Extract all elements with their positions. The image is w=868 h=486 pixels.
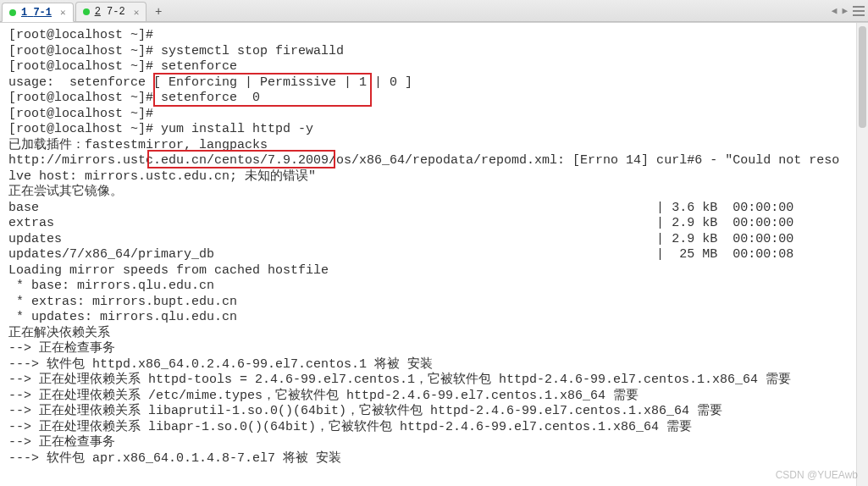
watermark: CSDN @YUEAwb <box>776 469 858 481</box>
tab-7-2[interactable]: 2 7-2 ✕ <box>75 2 147 21</box>
terminal[interactable]: [root@localhost ~]# [root@localhost ~]# … <box>0 22 868 486</box>
add-tab-button[interactable]: + <box>148 2 169 21</box>
tab-7-1[interactable]: 1 7-1 ✕ <box>2 3 74 22</box>
close-icon[interactable]: ✕ <box>60 7 66 18</box>
tabbar-controls: ◀ ▶ <box>832 0 865 21</box>
tab-bar: 1 7-1 ✕ 2 7-2 ✕ + ◀ ▶ <box>0 0 868 22</box>
terminal-output: [root@localhost ~]# [root@localhost ~]# … <box>8 28 854 467</box>
scrollbar[interactable] <box>856 23 868 486</box>
tab-label: 1 7-1 <box>21 7 52 19</box>
chevron-left-icon[interactable]: ◀ <box>832 5 838 16</box>
scroll-thumb[interactable] <box>859 26 866 128</box>
status-dot-icon <box>83 8 90 15</box>
tab-label: 2 7-2 <box>95 6 125 18</box>
status-dot-icon <box>9 9 16 16</box>
menu-icon[interactable] <box>853 6 865 16</box>
close-icon[interactable]: ✕ <box>134 7 140 18</box>
chevron-right-icon[interactable]: ▶ <box>842 5 848 16</box>
